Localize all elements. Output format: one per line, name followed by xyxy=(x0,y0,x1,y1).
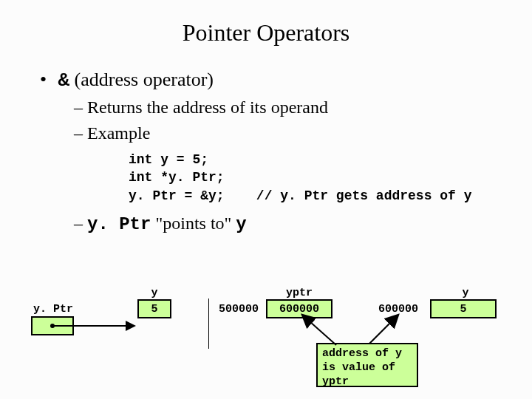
svg-line-4 xyxy=(369,316,398,344)
arrowhead-right-icon xyxy=(126,321,136,331)
left-y-box: 5 xyxy=(137,299,171,318)
left-y-value: 5 xyxy=(151,303,157,316)
right-yptr-value: 600000 xyxy=(279,303,319,316)
right-y-addr: 600000 xyxy=(378,303,418,316)
note-line-1: address of y xyxy=(322,347,402,361)
left-y-label: y xyxy=(137,287,171,299)
points-ptr: y. Ptr xyxy=(87,214,151,234)
right-y-label: y xyxy=(451,287,480,299)
slide-title: Pointer Operators xyxy=(0,0,532,47)
pointer-dot-icon xyxy=(49,322,56,330)
points-mid: "points to" xyxy=(151,214,236,233)
left-yptr-box xyxy=(31,316,74,335)
right-yptr-label: yptr xyxy=(273,287,325,299)
points-y: y xyxy=(236,214,246,234)
note-arrows xyxy=(266,299,458,388)
left-yptr-label: y. Ptr xyxy=(31,303,75,316)
svg-line-3 xyxy=(303,316,336,345)
right-yptr-addr: 500000 xyxy=(219,303,259,316)
sub-example: – Example xyxy=(74,123,532,143)
bullet-rest: (address operator) xyxy=(69,69,214,90)
right-yptr-box: 600000 xyxy=(266,299,332,318)
svg-marker-1 xyxy=(126,321,136,331)
code-line-3: y. Ptr = &y; // y. Ptr gets address of y xyxy=(129,188,471,203)
sub-returns: – Returns the address of its operand xyxy=(74,98,532,117)
note-line-3: yptr xyxy=(322,375,402,389)
bullet-address-operator: • & (address operator) xyxy=(40,69,532,92)
sub-points-to: – y. Ptr "points to" y xyxy=(74,214,532,234)
code-block: int y = 5; int *y. Ptr; y. Ptr = &y; // … xyxy=(129,151,532,205)
svg-point-0 xyxy=(50,324,55,328)
code-line-2: int *y. Ptr; xyxy=(129,170,225,185)
right-y-box: 5 xyxy=(430,299,497,318)
code-line-1: int y = 5; xyxy=(129,152,208,167)
points-prefix: – xyxy=(74,214,87,233)
amp-symbol: & xyxy=(58,69,70,92)
note-box: address of y is value of yptr xyxy=(316,343,418,387)
note-line-2: is value of xyxy=(322,361,402,375)
left-arrow-line xyxy=(54,325,128,327)
bullet-dot: • xyxy=(40,69,53,91)
separator-line xyxy=(208,299,209,349)
right-y-value: 5 xyxy=(460,303,466,316)
